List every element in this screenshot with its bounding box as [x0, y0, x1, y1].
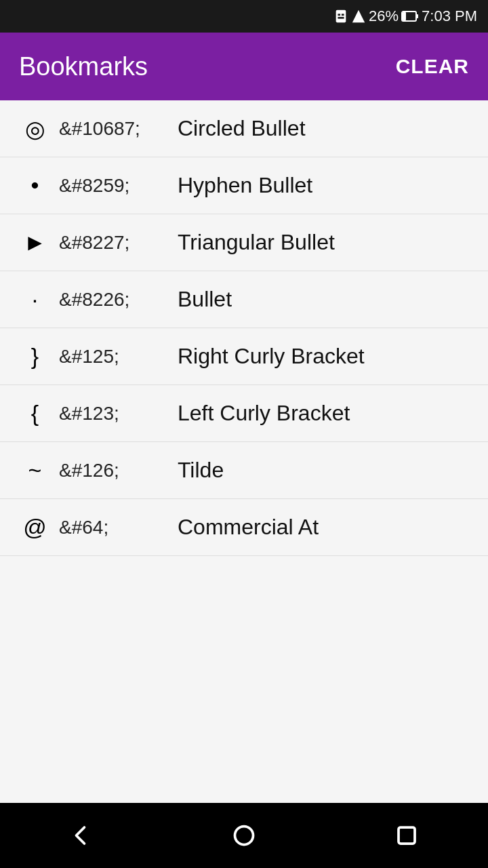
item-symbol: ~ — [16, 457, 54, 484]
item-name: Circled Bullet — [178, 116, 472, 141]
signal-icon — [351, 9, 366, 24]
item-code: &#123; — [59, 403, 178, 425]
recent-button[interactable] — [384, 812, 430, 859]
list-item[interactable]: ·&#8226;Bullet — [0, 271, 488, 328]
content-area: ◎&#10687;Circled Bullet•&#8259;Hyphen Bu… — [0, 100, 488, 803]
item-symbol: { — [16, 400, 54, 427]
nav-bar — [0, 803, 488, 868]
item-code: &#126; — [59, 460, 178, 481]
battery-icon — [401, 10, 419, 22]
item-code: &#10687; — [59, 118, 178, 140]
svg-rect-1 — [338, 14, 340, 16]
item-symbol: @ — [16, 514, 54, 540]
list-item[interactable]: @&#64;Commercial At — [0, 499, 488, 556]
home-icon — [232, 823, 256, 848]
svg-rect-9 — [399, 827, 415, 844]
item-name: Tilde — [178, 458, 472, 483]
home-button[interactable] — [221, 812, 267, 859]
item-name: Triangular Bullet — [178, 230, 472, 255]
list-item[interactable]: ~&#126;Tilde — [0, 442, 488, 499]
time: 7:03 PM — [422, 7, 477, 25]
item-symbol: } — [16, 343, 54, 370]
item-code: &#8259; — [59, 175, 178, 197]
item-code: &#8227; — [59, 232, 178, 254]
item-symbol: ◎ — [16, 115, 54, 142]
recent-icon — [394, 823, 419, 848]
item-name: Commercial At — [178, 515, 472, 540]
list-item[interactable]: •&#8259;Hyphen Bullet — [0, 157, 488, 214]
svg-rect-0 — [336, 10, 346, 22]
item-symbol: · — [16, 286, 54, 313]
svg-rect-2 — [342, 14, 344, 16]
item-name: Bullet — [178, 287, 472, 312]
item-symbol: • — [16, 172, 54, 199]
back-button[interactable] — [58, 812, 104, 859]
list-item[interactable]: ►&#8227;Triangular Bullet — [0, 214, 488, 271]
item-name: Right Curly Bracket — [178, 344, 472, 369]
list-item[interactable]: {&#123;Left Curly Bracket — [0, 385, 488, 442]
list-item[interactable]: ◎&#10687;Circled Bullet — [0, 100, 488, 157]
svg-marker-4 — [352, 10, 365, 22]
list-item[interactable]: }&#125;Right Curly Bracket — [0, 328, 488, 385]
svg-rect-7 — [403, 12, 406, 20]
item-code: &#125; — [59, 346, 178, 368]
page-title: Bookmarks — [19, 52, 148, 81]
item-name: Left Curly Bracket — [178, 401, 472, 426]
item-name: Hyphen Bullet — [178, 173, 472, 198]
item-symbol: ► — [16, 229, 54, 256]
back-icon — [69, 823, 94, 848]
bookmarks-list: ◎&#10687;Circled Bullet•&#8259;Hyphen Bu… — [0, 100, 488, 556]
sim-icon — [333, 9, 348, 24]
battery-percent: 26% — [369, 7, 399, 25]
clear-button[interactable]: CLEAR — [396, 55, 469, 78]
status-icons: 26% 7:03 PM — [333, 7, 477, 25]
svg-point-8 — [235, 827, 253, 845]
svg-rect-3 — [338, 17, 344, 19]
item-code: &#64; — [59, 517, 178, 538]
status-bar: 26% 7:03 PM — [0, 0, 488, 33]
svg-rect-6 — [416, 14, 418, 18]
item-code: &#8226; — [59, 289, 178, 311]
app-bar: Bookmarks CLEAR — [0, 33, 488, 100]
